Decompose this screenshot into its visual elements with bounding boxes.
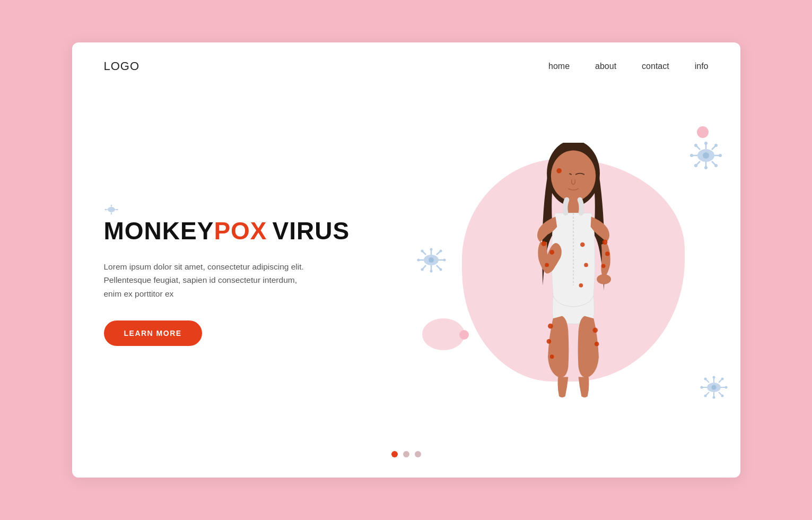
svg-point-41 [439,268,442,271]
dot-3[interactable] [415,451,421,457]
navbar: LOGO home about contact info [72,42,740,84]
background-blob-small [422,318,465,350]
nav-home[interactable]: home [548,62,570,71]
svg-point-69 [541,241,546,246]
svg-point-20 [690,154,693,157]
dot-2[interactable] [403,451,409,457]
svg-point-38 [417,259,420,262]
svg-point-76 [548,324,553,329]
svg-point-7 [104,209,106,210]
svg-point-61 [704,395,706,397]
svg-point-18 [704,142,708,145]
svg-point-71 [545,263,549,267]
svg-point-58 [704,378,706,380]
svg-point-22 [694,144,697,147]
svg-point-78 [549,354,554,359]
nav-contact[interactable]: contact [642,62,669,71]
svg-point-37 [430,270,432,273]
title-container: MONKEYPOXVIRUS [104,205,374,245]
nav-info[interactable]: info [695,62,709,71]
pink-dot-bottom-left [459,330,469,340]
woman-illustration [499,143,648,397]
pink-dot-top-right [697,126,709,138]
learn-more-button[interactable]: LEARN MORE [104,320,202,346]
svg-point-40 [421,250,423,253]
virus-tiny-icon [104,205,119,214]
main-card: LOGO home about contact info [72,42,740,478]
svg-point-44 [429,257,434,263]
svg-point-39 [443,259,446,262]
svg-point-82 [584,263,588,267]
svg-point-80 [594,342,599,346]
svg-point-24 [714,144,718,147]
svg-point-55 [712,396,715,399]
virus-particle-1 [687,137,724,174]
svg-point-57 [724,386,727,389]
svg-point-43 [421,268,423,271]
svg-point-81 [580,242,584,247]
svg-point-72 [556,168,562,174]
title-pox: POX [214,217,267,245]
logo: LOGO [104,59,140,73]
svg-point-42 [439,250,442,253]
svg-point-75 [601,264,605,268]
title-monkey: MONKEY [104,217,214,245]
nav-about[interactable]: about [595,62,616,71]
svg-point-62 [711,385,716,390]
svg-point-8 [116,209,118,210]
svg-point-77 [546,339,551,344]
svg-point-59 [721,395,723,397]
virus-particle-2 [414,243,449,278]
svg-point-70 [549,250,554,255]
svg-point-54 [712,376,715,379]
svg-point-19 [704,166,708,169]
svg-point-6 [110,213,112,214]
svg-point-23 [714,164,718,167]
svg-point-83 [579,283,583,288]
right-section [406,94,740,446]
svg-point-36 [430,248,432,251]
main-content: MONKEYPOXVIRUS Lorem ipsum dolor sit ame… [72,84,740,478]
nav-links: home about contact info [548,62,708,71]
svg-point-74 [605,252,610,256]
svg-point-56 [700,386,703,389]
svg-point-25 [694,164,697,167]
svg-point-79 [592,327,598,333]
slide-dots [391,451,421,472]
svg-point-68 [597,274,611,284]
svg-point-0 [108,207,115,212]
svg-point-60 [721,378,723,380]
svg-point-73 [602,239,607,245]
virus-particle-3 [698,371,730,403]
headline: MONKEYPOXVIRUS [104,216,374,245]
svg-point-5 [110,205,112,206]
title-virus: VIRUS [273,217,350,245]
svg-point-26 [703,152,709,159]
svg-point-21 [719,154,722,157]
left-section: MONKEYPOXVIRUS Lorem ipsum dolor sit ame… [72,94,406,446]
dot-1[interactable] [391,451,398,457]
hero-description: Lorem ipsum dolor sit amet, consectetur … [104,260,316,301]
